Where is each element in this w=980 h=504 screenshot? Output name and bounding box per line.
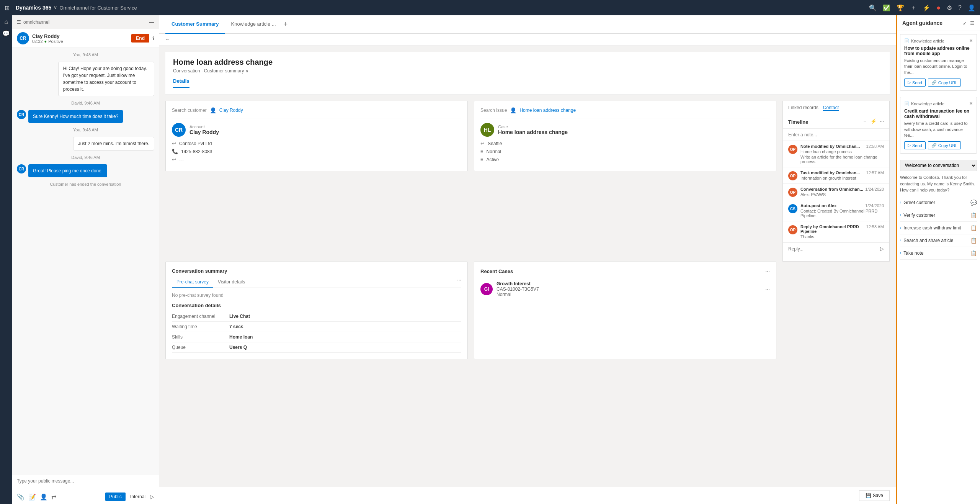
tab-knowledge-article[interactable]: Knowledge article ... (225, 15, 282, 34)
welcome-dropdown[interactable]: Welceome to conversation (900, 160, 977, 171)
tl-avatar: OP (788, 225, 797, 234)
top-navigation: ⊞ Dynamics 365 ∨ Omnichannel for Custome… (0, 0, 980, 15)
step-verify-customer[interactable]: › Verify customer 📋 (900, 209, 977, 222)
step-icon: 📋 (970, 225, 977, 231)
send-icon[interactable]: ▷ (150, 494, 154, 500)
step-take-note[interactable]: › Take note 📋 (900, 247, 977, 260)
company-name: Contoso Pvt Ltd (179, 141, 212, 146)
timestamp: You, 9:48 AM (17, 128, 154, 132)
reply-send-icon[interactable]: ▷ (880, 246, 884, 252)
tl-title: Reply by Omnichannel PRRD Pipeline (800, 224, 866, 234)
tab-add-button[interactable]: + (284, 20, 288, 28)
case-item-more-icon[interactable]: ··· (765, 286, 770, 292)
search-icon[interactable]: 🔍 (869, 4, 877, 11)
checkmark-circle-icon[interactable]: ✅ (883, 4, 890, 11)
transfer-icon[interactable]: ⇄ (51, 493, 56, 501)
ag-list-icon[interactable]: ☰ (970, 20, 975, 26)
location-value: Seattle (488, 141, 502, 146)
timeline-filter-icon[interactable]: ⚡ (871, 118, 877, 125)
trophy-icon[interactable]: 🏆 (897, 4, 904, 11)
article-send-button-1[interactable]: ▷ Send (904, 79, 926, 87)
no-survey-msg: No pre-chat survey found (172, 293, 461, 298)
chat-input[interactable] (17, 478, 154, 489)
sidebar-home-icon[interactable]: ⌂ (4, 18, 8, 25)
help-icon[interactable]: ? (958, 4, 962, 11)
customer-message-row: CR Sure Kenny! How much time does it tak… (17, 110, 154, 123)
timeline-more-icon[interactable]: ··· (880, 118, 884, 125)
article-send-button-2[interactable]: ▷ Send (904, 141, 926, 149)
phone-icon: 📞 (172, 149, 178, 154)
ag-dropdown[interactable]: Welceome to conversation (900, 160, 977, 171)
timeline-item: OP Reply by Omnichannel PRRD Pipeline 12… (783, 221, 889, 242)
chat-messages: You, 9:48 AM Hi Clay! Hope your are doin… (12, 48, 159, 475)
plus-icon[interactable]: ＋ (910, 4, 916, 12)
search-customer-label: Search customer (172, 108, 207, 113)
contact-tab[interactable]: Contact (823, 105, 839, 111)
article-copy-button-1[interactable]: 🔗 Copy URL (928, 79, 961, 87)
step-greet-customer[interactable]: › Greet customer 💬 (900, 196, 977, 209)
breadcrumb-back-icon[interactable]: ← (165, 37, 170, 42)
reply-input[interactable] (788, 246, 880, 252)
visitor-details-tab[interactable]: Visitor details (213, 277, 250, 288)
tl-avatar: OP (788, 145, 797, 154)
card-search-issue: Search issue 👤 Home loan address change (480, 107, 770, 118)
agent-message: Hi Clay! Hope your are doing good today.… (17, 62, 154, 96)
recent-cases-more-icon[interactable]: ··· (765, 268, 770, 274)
article-copy-button-2[interactable]: 🔗 Copy URL (928, 141, 961, 149)
public-button[interactable]: Public (105, 493, 126, 501)
article-title-2: Credit card transaction fee on cash with… (904, 108, 973, 119)
ag-expand-icon[interactable]: ⤢ (963, 20, 967, 26)
article-type-label-2: Knowledge article (911, 101, 944, 106)
queue-value: Users Q (229, 345, 247, 350)
chat-panel: ☰ omnichannel — CR Clay Roddy 02:32 ● Po… (12, 15, 159, 504)
settings-icon[interactable]: ⚙ (947, 4, 952, 11)
note-icon[interactable]: 📝 (28, 493, 36, 501)
step-increase-limit[interactable]: › Increase cash withdraw limit 📋 (900, 222, 977, 234)
status-value: Active (487, 157, 499, 162)
status-icon: ≡ (480, 157, 483, 162)
article-close-icon-2[interactable]: ✕ (969, 101, 973, 106)
pre-chat-tab[interactable]: Pre-chat survey (172, 277, 213, 288)
timeline-note-input[interactable] (783, 129, 889, 141)
filter-icon[interactable]: ⚡ (923, 4, 930, 11)
timeline-add-icon[interactable]: ＋ (862, 118, 867, 125)
case-tab-details[interactable]: Details (173, 78, 189, 88)
contact-avatar: CR (17, 32, 29, 44)
step-label: Increase cash withdraw limit (903, 225, 961, 231)
linked-records-tab[interactable]: Linked records (788, 105, 818, 111)
chat-menu-icon[interactable]: ☰ (17, 20, 21, 25)
case-header: Home loan address change Conversation · … (165, 52, 890, 95)
tab-customer-summary[interactable]: Customer Summary (165, 15, 225, 34)
skills-value: Home loan (229, 334, 253, 340)
extra-value: --- (179, 157, 184, 162)
issue-link[interactable]: Home loan address change (519, 108, 576, 113)
person-add-icon[interactable]: 👤 (40, 493, 47, 501)
note-input-field[interactable] (788, 132, 884, 137)
location-icon: ↩ (480, 141, 485, 146)
cards-row-bottom: Conversation summary Pre-chat survey Vis… (165, 262, 890, 359)
minimize-icon[interactable]: — (149, 19, 154, 25)
article-close-icon-1[interactable]: ✕ (969, 38, 973, 43)
alert-icon[interactable]: ● (936, 4, 941, 12)
app-grid-icon[interactable]: ⊞ (5, 4, 10, 11)
end-button[interactable]: End (131, 34, 149, 43)
timeline-item: CS Auto-post on Alex 1/24/2020 Contact: … (783, 200, 889, 221)
account-name: Clay Roddy (189, 129, 219, 135)
info-icon[interactable]: ℹ (152, 36, 154, 41)
extra-row: ↩ --- (172, 157, 461, 162)
save-icon: 💾 (866, 493, 871, 498)
article-body-2: Every time a credit card is used to with… (904, 121, 973, 138)
case-item-id: CAS-01002-T3G5V7 (497, 286, 761, 292)
internal-button[interactable]: Internal (127, 493, 149, 501)
save-button[interactable]: 💾 Save (859, 490, 890, 501)
sidebar-chat-icon[interactable]: 💬 (2, 30, 10, 37)
user-icon[interactable]: 👤 (968, 4, 975, 11)
conv-details-title: Conversation details (172, 303, 461, 308)
conv-more-icon[interactable]: ··· (457, 277, 461, 288)
customer-link[interactable]: Clay Roddy (219, 108, 243, 113)
attachment-icon[interactable]: 📎 (17, 493, 24, 501)
status-row: ≡ Active (480, 157, 770, 162)
message-bubble: Hi Clay! Hope your are doing good today.… (58, 62, 154, 96)
conversation-summary-card: Conversation summary Pre-chat survey Vis… (165, 262, 468, 359)
step-search-share[interactable]: › Search and share article 📋 (900, 234, 977, 247)
